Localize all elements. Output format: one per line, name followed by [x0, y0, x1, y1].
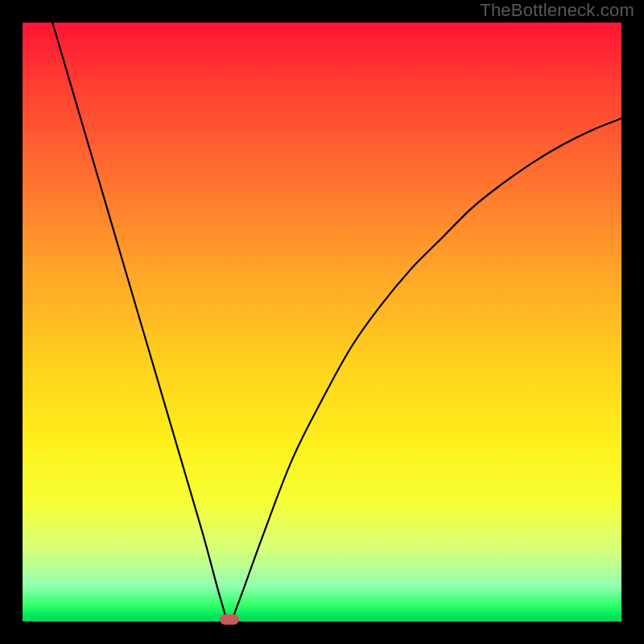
- watermark-text: TheBottleneck.com: [480, 0, 634, 21]
- chart-area: [23, 23, 621, 621]
- minimum-marker: [220, 614, 239, 625]
- bottleneck-curve: [23, 23, 621, 621]
